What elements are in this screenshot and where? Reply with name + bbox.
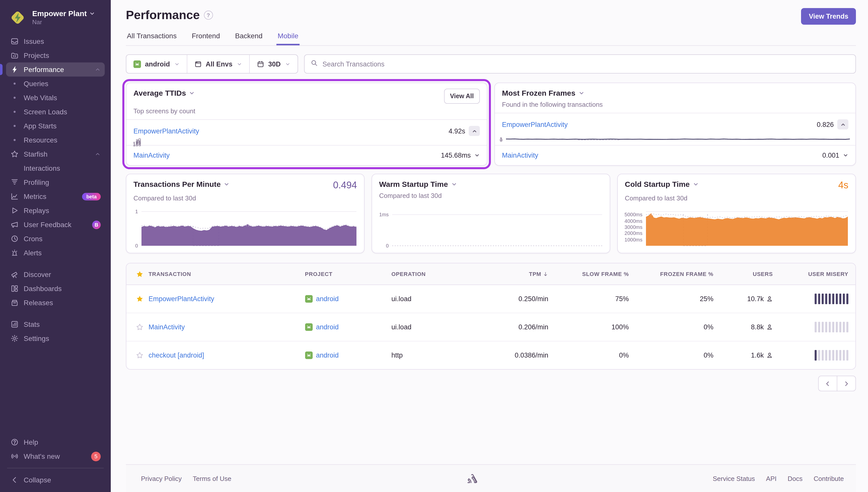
sidebar-item-help[interactable]: Help xyxy=(6,435,105,449)
chevron-left-icon xyxy=(10,476,19,484)
sidebar-item-settings[interactable]: Settings xyxy=(6,331,105,345)
next-page-button[interactable] xyxy=(837,376,856,391)
tab-all-transactions[interactable]: All Transactions xyxy=(126,32,178,45)
collapse-chevron-up-button[interactable] xyxy=(469,126,480,136)
footer-link-privacy-policy[interactable]: Privacy Policy xyxy=(141,475,182,482)
expand-chevron-down-button[interactable] xyxy=(474,153,480,158)
sidebar-item-issues[interactable]: Issues xyxy=(6,34,105,48)
footer-link-service-status[interactable]: Service Status xyxy=(713,475,755,482)
frozen-frames-title[interactable]: Most Frozen Frames xyxy=(502,89,585,97)
sidebar-item-discover[interactable]: Discover xyxy=(6,267,105,281)
app-root: Empower Plant Nar IssuesProjectsPerforma… xyxy=(0,0,868,492)
search-box[interactable] xyxy=(304,54,856,74)
org-logo-icon xyxy=(8,8,27,27)
sidebar-item-alerts[interactable]: Alerts xyxy=(6,246,105,260)
star-filled-icon[interactable] xyxy=(130,295,149,303)
filter-all-envs-dropdown[interactable]: All Envs xyxy=(186,55,249,73)
sidebar-item-dashboards[interactable]: Dashboards xyxy=(6,281,105,296)
sidebar-item-resources[interactable]: Resources xyxy=(6,133,105,147)
avg-ttids-title[interactable]: Average TTIDs xyxy=(133,89,195,97)
filter-30d-dropdown[interactable]: 30D xyxy=(249,55,298,73)
tpm-cell: 0.206/min xyxy=(478,323,548,331)
column-header-slow-frame: SLOW FRAME % xyxy=(548,271,629,277)
sidebar-item-queries[interactable]: Queries xyxy=(6,77,105,91)
sidebar-item-projects[interactable]: Projects xyxy=(6,48,105,63)
cold-startup-title[interactable]: Cold Startup Time xyxy=(625,180,699,188)
sidebar-item-profiling[interactable]: Profiling xyxy=(6,175,105,189)
sidebar-item-starfish[interactable]: Starfish xyxy=(6,147,105,161)
stats-icon xyxy=(10,320,19,328)
footer: Privacy PolicyTerms of Use Service Statu… xyxy=(126,464,856,492)
project-link[interactable]: android xyxy=(316,351,339,359)
users-cell: 1.6k xyxy=(713,351,773,359)
warm-startup-title[interactable]: Warm Startup Time xyxy=(379,180,457,188)
project-link[interactable]: android xyxy=(316,323,339,331)
sidebar-item-web-vitals[interactable]: Web Vitals xyxy=(6,91,105,105)
user-misery-bars xyxy=(773,294,848,304)
sidebar-item-user-feedback[interactable]: User FeedbackB xyxy=(6,218,105,232)
slow-frame-cell: 100% xyxy=(548,323,629,331)
transaction-link[interactable]: MainActivity xyxy=(502,152,538,159)
sidebar-item-stats[interactable]: Stats xyxy=(6,317,105,331)
sidebar-item-what-s-new[interactable]: What's new5 xyxy=(6,449,105,463)
sidebar-item-metrics[interactable]: Metricsbeta xyxy=(6,189,105,203)
footer-link-contribute[interactable]: Contribute xyxy=(814,475,844,482)
transaction-link[interactable]: checkout [android] xyxy=(149,351,305,359)
collapse-chevron-up-button[interactable] xyxy=(837,119,848,129)
view-trends-button[interactable]: View Trends xyxy=(801,8,856,25)
sidebar-item-screen-loads[interactable]: Screen Loads xyxy=(6,105,105,119)
star-outline-icon[interactable] xyxy=(130,351,149,359)
project-link[interactable]: android xyxy=(316,295,339,303)
person-icon xyxy=(766,324,773,330)
transaction-link[interactable]: EmpowerPlantActivity xyxy=(502,121,568,128)
cold-startup-chart[interactable]: 5000ms4000ms3000ms2000ms1000ms xyxy=(620,208,850,248)
sidebar-item-label: Collapse xyxy=(24,476,101,484)
sidebar-item-performance[interactable]: Performance xyxy=(6,63,105,77)
sidebar-bottom-nav: HelpWhat's new5Collapse xyxy=(6,435,105,487)
tpm-title[interactable]: Transactions Per Minute xyxy=(133,180,230,188)
project-cell: android xyxy=(305,295,391,303)
indent-spacer xyxy=(10,164,19,172)
transaction-link[interactable]: MainActivity xyxy=(149,323,305,331)
transaction-link[interactable]: EmpowerPlantActivity xyxy=(133,127,199,135)
sidebar-item-label: User Feedback xyxy=(24,221,87,229)
filter-android-dropdown[interactable]: android xyxy=(126,55,186,73)
profiling-icon xyxy=(10,178,19,187)
project-cell: android xyxy=(305,351,391,359)
transaction-link[interactable]: MainActivity xyxy=(133,152,170,159)
table-row: EmpowerPlantActivityandroidui.load0.250/… xyxy=(126,285,856,313)
sidebar-item-crons[interactable]: Crons xyxy=(6,232,105,246)
ttid-value: 4.92s xyxy=(449,127,465,135)
chevron-down-icon xyxy=(579,90,585,96)
column-header-tpm[interactable]: TPM xyxy=(478,271,548,277)
highlight-ring: Average TTIDs View All Top screens by co… xyxy=(122,79,491,169)
frozen-frames-chart[interactable]: 10 xyxy=(496,136,852,142)
sidebar-item-releases[interactable]: Releases xyxy=(6,296,105,310)
tab-frontend[interactable]: Frontend xyxy=(191,32,221,45)
tpm-chart[interactable]: 10 xyxy=(128,208,359,248)
tab-backend[interactable]: Backend xyxy=(234,32,263,45)
prev-page-button[interactable] xyxy=(819,376,837,391)
transaction-link[interactable]: EmpowerPlantActivity xyxy=(149,295,305,303)
org-switcher[interactable]: Empower Plant Nar xyxy=(6,6,105,34)
star-outline-icon[interactable] xyxy=(130,323,149,331)
sidebar-item-interactions[interactable]: Interactions xyxy=(6,161,105,175)
view-all-button[interactable]: View All xyxy=(444,89,480,104)
tab-mobile[interactable]: Mobile xyxy=(277,32,300,45)
search-icon xyxy=(310,59,317,69)
tpm-cell: 0.250/min xyxy=(478,295,548,303)
search-input[interactable] xyxy=(322,60,849,68)
user-misery-bars xyxy=(773,322,848,333)
sidebar-item-app-starts[interactable]: App Starts xyxy=(6,119,105,133)
footer-link-terms-of-use[interactable]: Terms of Use xyxy=(193,475,231,482)
warm-startup-chart[interactable]: 1ms0 xyxy=(374,206,605,248)
footer-link-api[interactable]: API xyxy=(766,475,776,482)
help-question-icon[interactable]: ? xyxy=(204,10,213,20)
expand-chevron-down-button[interactable] xyxy=(843,153,848,158)
sidebar-item-label: Stats xyxy=(24,320,101,328)
tpm-subtitle: Compared to last 30d xyxy=(133,194,357,202)
footer-link-docs[interactable]: Docs xyxy=(788,475,802,482)
sidebar-item-collapse[interactable]: Collapse xyxy=(6,473,105,487)
sidebar-item-replays[interactable]: Replays xyxy=(6,203,105,218)
window-icon xyxy=(194,60,202,68)
